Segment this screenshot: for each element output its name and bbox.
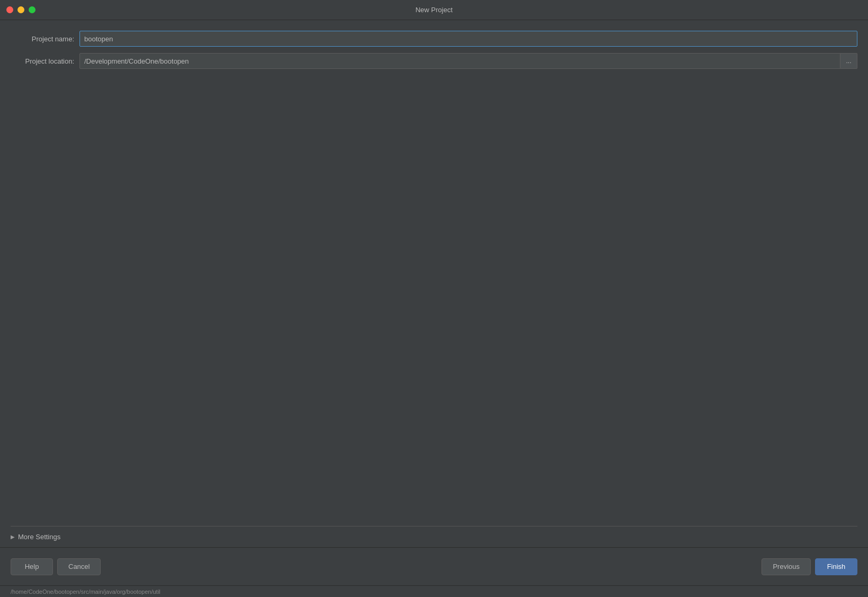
project-name-label: Project name: <box>11 35 79 43</box>
footer-right-buttons: Previous Finish <box>761 558 857 575</box>
project-location-row: Project location: ... <box>11 53 857 69</box>
close-button[interactable] <box>6 6 13 13</box>
project-location-input[interactable] <box>79 53 840 69</box>
dialog-content: Project name: Project location: ... ▶ Mo… <box>0 20 868 547</box>
project-name-row: Project name: <box>11 31 857 47</box>
previous-button[interactable]: Previous <box>761 558 811 575</box>
main-area <box>11 75 857 526</box>
status-text: /home/CodeOne/bootopen/src/main/java/org… <box>11 589 161 595</box>
more-settings-label: More Settings <box>18 533 60 541</box>
browse-button[interactable]: ... <box>840 53 857 69</box>
titlebar: New Project <box>0 0 868 20</box>
cancel-button[interactable]: Cancel <box>57 558 101 575</box>
new-project-window: New Project Project name: Project locati… <box>0 0 868 597</box>
bottom-section: ▶ More Settings <box>11 526 857 547</box>
more-settings-toggle[interactable]: ▶ More Settings <box>11 531 857 543</box>
window-title: New Project <box>415 6 453 14</box>
footer-left-buttons: Help Cancel <box>11 558 101 575</box>
project-location-label: Project location: <box>11 57 79 65</box>
project-name-input[interactable] <box>79 31 857 47</box>
status-bar: /home/CodeOne/bootopen/src/main/java/org… <box>0 585 868 597</box>
maximize-button[interactable] <box>29 6 36 13</box>
window-controls <box>6 6 36 13</box>
more-settings-arrow-icon: ▶ <box>11 534 15 540</box>
minimize-button[interactable] <box>17 6 24 13</box>
dialog-footer: Help Cancel Previous Finish <box>0 547 868 585</box>
help-button[interactable]: Help <box>11 558 53 575</box>
finish-button[interactable]: Finish <box>815 558 857 575</box>
